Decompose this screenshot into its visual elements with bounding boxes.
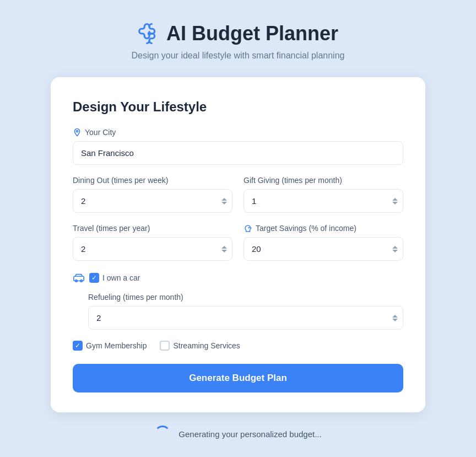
- loading-text: Generating your personalized budget...: [178, 429, 321, 439]
- location-icon: [73, 128, 82, 137]
- city-label: Your City: [73, 128, 403, 137]
- savings-select[interactable]: 5 10 15 20 25 30: [244, 237, 403, 261]
- loading-row: Generating your personalized budget...: [154, 426, 321, 442]
- generate-button[interactable]: Generate Budget Plan: [73, 364, 403, 393]
- refueling-label: Refueling (times per month): [88, 293, 403, 302]
- streaming-label-text: Streaming Services: [173, 341, 240, 350]
- travel-select-wrapper: 1 2 3 4: [73, 237, 232, 261]
- streaming-checkbox-label[interactable]: Streaming Services: [160, 341, 240, 351]
- svg-point-2: [248, 227, 249, 228]
- travel-savings-row: Travel (times per year) 1 2 3 4: [73, 224, 403, 261]
- car-checkbox[interactable]: ✓: [89, 273, 99, 283]
- dining-gift-row: Dining Out (times per week) 1 2 3 4 5 6 …: [73, 176, 403, 213]
- savings-label: Target Savings (% of income): [244, 224, 403, 233]
- travel-field-group: Travel (times per year) 1 2 3 4: [73, 224, 232, 261]
- gym-checkbox-label[interactable]: ✓ Gym Membership: [73, 341, 147, 351]
- piggy-icon: [244, 224, 252, 233]
- gym-checkbox[interactable]: ✓: [73, 341, 83, 351]
- city-input[interactable]: [73, 141, 403, 165]
- gift-field-group: Gift Giving (times per month) 1 2 3 4: [244, 176, 403, 213]
- travel-select[interactable]: 1 2 3 4: [73, 237, 232, 261]
- city-field-group: Your City: [73, 128, 403, 165]
- svg-point-0: [148, 33, 150, 35]
- dining-select-wrapper: 1 2 3 4 5 6 7: [73, 189, 232, 213]
- gift-label: Gift Giving (times per month): [244, 176, 403, 185]
- car-row: ✓ I own a car: [73, 272, 403, 284]
- dining-label: Dining Out (times per week): [73, 176, 232, 185]
- car-checkbox-label[interactable]: ✓ I own a car: [89, 273, 140, 283]
- refueling-select[interactable]: 1 2 3 4: [88, 306, 403, 330]
- savings-field-group: Target Savings (% of income) 5 10 15 20 …: [244, 224, 403, 261]
- brain-icon: [138, 22, 161, 45]
- services-row: ✓ Gym Membership Streaming Services: [73, 341, 403, 351]
- car-icon: [73, 272, 85, 284]
- streaming-checkbox[interactable]: [160, 341, 170, 351]
- travel-label: Travel (times per year): [73, 224, 232, 233]
- savings-select-wrapper: 5 10 15 20 25 30: [244, 237, 403, 261]
- app-subtitle: Design your ideal lifestyle with smart f…: [132, 51, 345, 61]
- refueling-select-wrapper: 1 2 3 4: [88, 306, 403, 330]
- gift-select-wrapper: 1 2 3 4: [244, 189, 403, 213]
- dining-field-group: Dining Out (times per week) 1 2 3 4 5 6 …: [73, 176, 232, 213]
- car-checkmark: ✓: [91, 275, 97, 281]
- loading-spinner: [154, 426, 171, 442]
- svg-point-1: [77, 131, 78, 132]
- dining-select[interactable]: 1 2 3 4 5 6 7: [73, 189, 232, 213]
- car-label-text: I own a car: [102, 273, 140, 282]
- refueling-section: Refueling (times per month) 1 2 3 4: [73, 293, 403, 330]
- card-title: Design Your Lifestyle: [73, 99, 403, 115]
- main-card: Design Your Lifestyle Your City Dining O…: [51, 77, 425, 412]
- gym-label-text: Gym Membership: [86, 341, 147, 350]
- app-title: AI Budget Planner: [166, 22, 338, 45]
- gym-checkmark: ✓: [75, 342, 80, 349]
- gift-select[interactable]: 1 2 3 4: [244, 189, 403, 213]
- app-header: AI Budget Planner Design your ideal life…: [132, 22, 345, 61]
- title-row: AI Budget Planner: [138, 22, 338, 45]
